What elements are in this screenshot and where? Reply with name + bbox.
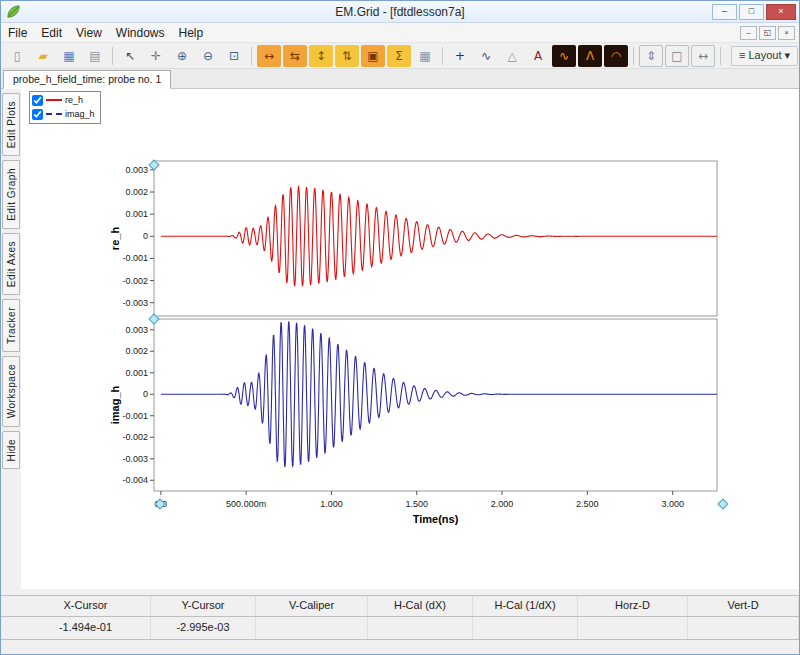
trace-re_h	[161, 187, 717, 286]
y-tick-label: -0.002	[122, 276, 148, 286]
status-header-horz-d: Horz-D	[578, 596, 688, 616]
sidebar-tab-edit-graph[interactable]: Edit Graph	[2, 160, 20, 229]
legend-item-re-h[interactable]: re_h	[32, 93, 95, 107]
zoom-window-icon[interactable]: ⊡	[222, 45, 246, 67]
toolbar-separator	[442, 47, 443, 65]
status-header-x-cursor: X-Cursor	[21, 596, 151, 616]
menu-item-help[interactable]: Help	[172, 24, 211, 42]
minimize-button[interactable]: –	[712, 4, 737, 20]
layout-lines-icon: ≡	[739, 49, 745, 61]
axis-handle[interactable]	[718, 499, 728, 509]
child-restore-button[interactable]: ◱	[759, 26, 776, 40]
compress-horizontal-icon[interactable]: ⇆	[283, 45, 307, 67]
y-tick-label: -0.004	[122, 475, 148, 485]
menu-item-windows[interactable]: Windows	[109, 24, 172, 42]
spectrum-plot-icon[interactable]: Λ	[578, 45, 602, 67]
app-window: EM.Grid - [fdtdlesson7a] – □ × File Edit…	[0, 0, 800, 655]
layout-dropdown[interactable]: ≡ Layout ▾	[731, 46, 798, 66]
y-tick-label: -0.003	[122, 298, 148, 308]
x-tick-label: 500.000m	[226, 499, 266, 509]
status-value-y-cursor: -2.995e-03	[151, 617, 256, 639]
sidebar-tab-tracker[interactable]: Tracker	[2, 299, 20, 352]
legend-line-sample-imag-h	[46, 113, 62, 115]
compress-vertical-icon[interactable]: ⇅	[335, 45, 359, 67]
expand-horizontal-icon[interactable]: ↔	[257, 45, 281, 67]
close-button[interactable]: ×	[766, 4, 796, 20]
expand-vertical-icon[interactable]: ↕	[309, 45, 333, 67]
save-file-icon[interactable]: ▦	[57, 45, 81, 67]
layout-label: Layout	[748, 49, 781, 61]
menu-item-view[interactable]: View	[69, 24, 109, 42]
legend-label-re-h: re_h	[65, 95, 83, 105]
status-header-h-cal-1dx: H-Cal (1/dX)	[473, 596, 578, 616]
axis-handle[interactable]	[149, 160, 159, 170]
title-bar: EM.Grid - [fdtdlesson7a] – □ ×	[1, 1, 799, 23]
delta-marker-icon[interactable]: △	[500, 45, 524, 67]
x-tick-label: 3.000	[661, 499, 684, 509]
status-value-h-cal-dx	[368, 617, 473, 639]
zoom-in-icon[interactable]: ⊕	[170, 45, 194, 67]
chevron-down-icon: ▾	[785, 49, 791, 61]
status-bar: X-Cursor Y-Cursor V-Caliper H-Cal (dX) H…	[1, 589, 799, 654]
x-axis-label: Time(ns)	[413, 513, 459, 525]
y-tick-label: -0.002	[122, 432, 148, 442]
data-table-icon[interactable]: ▦	[413, 45, 437, 67]
axes-plot-icon[interactable]: ∿	[474, 45, 498, 67]
new-file-icon[interactable]: ▯	[5, 45, 29, 67]
status-value-horz-d	[578, 617, 688, 639]
status-header-row: X-Cursor Y-Cursor V-Caliper H-Cal (dX) H…	[1, 595, 799, 616]
colormap-plot-icon[interactable]: ∿	[552, 45, 576, 67]
legend-checkbox-imag-h[interactable]	[32, 109, 43, 120]
y-tick-label: 0.001	[125, 209, 148, 219]
toolbar-separator	[633, 47, 634, 65]
select-pointer-icon[interactable]: ↖	[118, 45, 142, 67]
x-tick-label: 2.000	[491, 499, 514, 509]
print-icon[interactable]: ▤	[83, 45, 107, 67]
zoom-out-icon[interactable]: ⊖	[196, 45, 220, 67]
tab-probe-h-field-time[interactable]: probe_h_field_time: probe no. 1	[3, 70, 171, 89]
y-tick-label: 0.002	[125, 346, 148, 356]
range-box-icon[interactable]: □	[665, 45, 689, 67]
sidebar-tab-edit-plots[interactable]: Edit Plots	[2, 93, 20, 156]
legend-item-imag-h[interactable]: imag_h	[32, 107, 95, 121]
autoscale-icon[interactable]: ▣	[361, 45, 385, 67]
sidebar-tab-edit-axes[interactable]: Edit Axes	[2, 233, 20, 295]
y-tick-label: 0	[143, 389, 148, 399]
legend-checkbox-re-h[interactable]	[32, 95, 43, 106]
surface-plot-icon[interactable]: ◠	[604, 45, 628, 67]
plot-region[interactable]: re_h imag_h 0.0030.0020.0010-0.001-0.002…	[21, 89, 799, 589]
status-header-h-cal-dx: H-Cal (dX)	[368, 596, 473, 616]
menu-bar: File Edit View Windows Help – ◱ ×	[1, 23, 799, 43]
maximize-button[interactable]: □	[739, 4, 764, 20]
y-tick-label: -0.003	[122, 454, 148, 464]
legend-label-imag-h: imag_h	[65, 109, 95, 119]
child-close-button[interactable]: ×	[778, 26, 795, 40]
menu-item-file[interactable]: File	[1, 24, 34, 42]
text-annotation-icon[interactable]: A	[526, 45, 550, 67]
range-vertical-icon[interactable]: ⇕	[639, 45, 663, 67]
sidebar-tab-workspace[interactable]: Workspace	[2, 356, 20, 426]
menu-item-edit[interactable]: Edit	[34, 24, 69, 42]
status-header-vert-d: Vert-D	[688, 596, 799, 616]
sidebar-tab-hide[interactable]: Hide	[2, 431, 20, 470]
open-folder-icon[interactable]: ▰	[31, 45, 55, 67]
cross-cursor-icon[interactable]: +	[448, 45, 472, 67]
status-value-v-caliper	[256, 617, 368, 639]
sum-range-icon[interactable]: Σ	[387, 45, 411, 67]
window-title: EM.Grid - [fdtdlesson7a]	[1, 5, 799, 19]
plot-canvas[interactable]: 0.0030.0020.0010-0.001-0.002-0.003re_h0.…	[21, 89, 799, 549]
sidebar-tab-label: Edit Graph	[6, 168, 17, 221]
y-tick-label: 0.001	[125, 368, 148, 378]
pan-hand-icon[interactable]: ✛	[144, 45, 168, 67]
child-minimize-button[interactable]: –	[740, 26, 757, 40]
range-horizontal-icon[interactable]: ↔	[691, 45, 715, 67]
sidebar-tab-label: Edit Plots	[6, 101, 17, 148]
toolbar-separator	[112, 47, 113, 65]
y-tick-label: 0.003	[125, 325, 148, 335]
plot-box	[154, 319, 717, 491]
legend-line-sample-re-h	[46, 99, 62, 101]
main-content: Edit Plots Edit Graph Edit Axes Tracker …	[1, 89, 799, 589]
status-value-vert-d	[688, 617, 799, 639]
y-tick-label: 0.003	[125, 165, 148, 175]
plot-legend: re_h imag_h	[29, 91, 101, 124]
